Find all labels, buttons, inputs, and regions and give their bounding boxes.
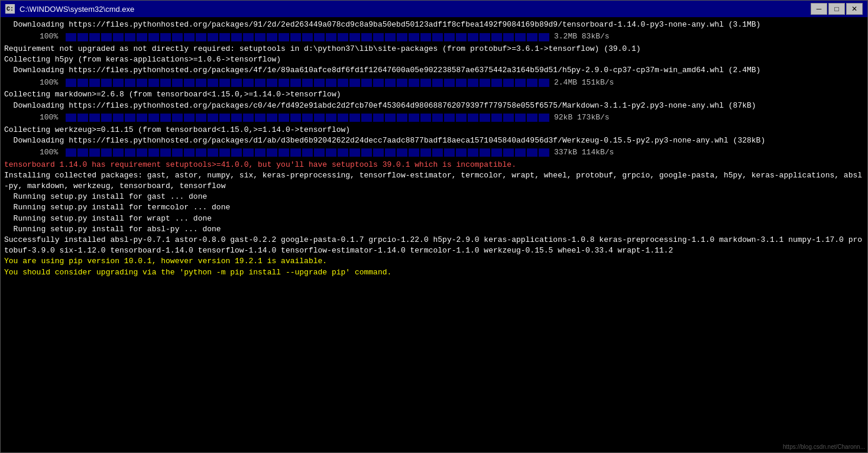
console-line-warning: tensorboard 1.14.0 has requirement setup… xyxy=(4,160,864,170)
window-title: C:\WINDOWS\system32\cmd.exe xyxy=(20,5,134,14)
progress-bar-1: 100% 3.2MB 83kB/s xyxy=(4,31,864,43)
progress-blocks-2 xyxy=(66,79,549,87)
console-line: Downloading https://files.pythonhosted.o… xyxy=(4,135,864,146)
console-line: Requirement not upgraded as not directly… xyxy=(4,44,864,54)
progress-size-1: 3.2MB 83kB/s xyxy=(554,31,610,43)
title-bar: C: C:\WINDOWS\system32\cmd.exe ─ □ ✕ xyxy=(1,1,867,17)
progress-size-3: 92kB 173kB/s xyxy=(554,112,610,124)
console-line: Running setup.py install for termcolor .… xyxy=(4,202,864,213)
progress-blocks-1 xyxy=(66,33,549,41)
progress-percent-2: 100% xyxy=(40,77,63,89)
minimize-button[interactable]: ─ xyxy=(811,3,827,15)
progress-size-2: 2.4MB 151kB/s xyxy=(554,77,614,89)
progress-blocks-3 xyxy=(66,114,549,122)
watermark: https://blog.csdn.net/Charonn... xyxy=(783,444,865,450)
progress-percent-3: 100% xyxy=(40,112,63,124)
progress-size-4: 337kB 114kB/s xyxy=(554,147,614,159)
progress-bar-4: 100% 337kB 114kB/s xyxy=(4,147,864,159)
console-line: Collecting markdown>=2.6.8 (from tensorb… xyxy=(4,89,864,100)
progress-blocks-4 xyxy=(66,148,549,157)
title-bar-controls: ─ □ ✕ xyxy=(811,3,863,15)
console-line: Collecting h5py (from keras-applications… xyxy=(4,54,864,65)
progress-bar-3: 100% 92kB 173kB/s xyxy=(4,112,864,124)
console-line: Downloading https://files.pythonhosted.o… xyxy=(4,20,864,30)
console-line: Collecting werkzeug>=0.11.15 (from tenso… xyxy=(4,125,864,135)
cmd-window: C: C:\WINDOWS\system32\cmd.exe ─ □ ✕ Dow… xyxy=(0,0,868,453)
title-bar-left: C: C:\WINDOWS\system32\cmd.exe xyxy=(5,4,134,14)
maximize-button[interactable]: □ xyxy=(828,3,845,15)
console-line: Downloading https://files.pythonhosted.o… xyxy=(4,101,864,111)
console-line-success: Successfully installed absl-py-0.7.1 ast… xyxy=(4,235,864,256)
close-button[interactable]: ✕ xyxy=(846,3,863,15)
console-output: Downloading https://files.pythonhosted.o… xyxy=(1,17,867,452)
console-line: Running setup.py install for wrapt ... d… xyxy=(4,213,864,224)
progress-bar-2: 100% 2.4MB 151kB/s xyxy=(4,77,864,89)
console-line: Downloading https://files.pythonhosted.o… xyxy=(4,65,864,76)
console-line-pip-warn-2: You should consider upgrading via the 'p… xyxy=(4,267,864,278)
console-line: Running setup.py install for gast ... do… xyxy=(4,192,864,202)
cmd-icon: C: xyxy=(5,4,15,14)
console-line: Running setup.py install for absl-py ...… xyxy=(4,224,864,235)
console-line-pip-warn-1: You are using pip version 10.0.1, howeve… xyxy=(4,256,864,267)
console-line: Installing collected packages: gast, ast… xyxy=(4,170,864,192)
progress-percent-4: 100% xyxy=(40,147,63,159)
progress-percent-1: 100% xyxy=(40,31,63,43)
